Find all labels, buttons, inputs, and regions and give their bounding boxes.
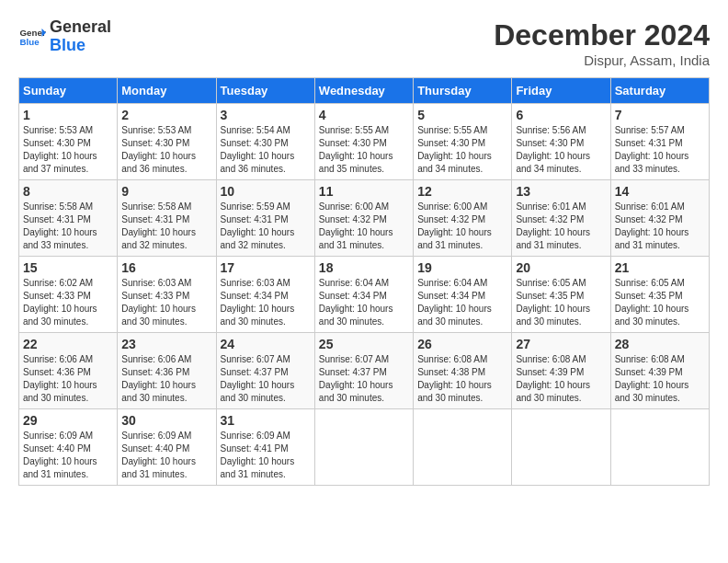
- calendar-cell: [314, 409, 413, 486]
- day-number: 8: [23, 184, 113, 199]
- day-number: 4: [319, 108, 409, 122]
- day-header-sunday: Sunday: [19, 78, 118, 104]
- day-info: Sunrise: 6:09 AMSunset: 4:40 PMDaylight:…: [121, 430, 211, 481]
- day-info: Sunrise: 6:01 AMSunset: 4:32 PMDaylight:…: [615, 201, 705, 252]
- day-info: Sunrise: 5:59 AMSunset: 4:31 PMDaylight:…: [221, 201, 311, 252]
- calendar-cell: 8Sunrise: 5:58 AMSunset: 4:31 PMDaylight…: [19, 180, 118, 257]
- day-number: 31: [221, 413, 311, 428]
- day-number: 11: [319, 184, 409, 199]
- calendar-cell: 6Sunrise: 5:56 AMSunset: 4:30 PMDaylight…: [512, 104, 610, 180]
- calendar-cell: 26Sunrise: 6:08 AMSunset: 4:38 PMDayligh…: [414, 333, 512, 409]
- day-header-tuesday: Tuesday: [216, 78, 314, 104]
- calendar-cell: 5Sunrise: 5:55 AMSunset: 4:30 PMDaylight…: [414, 104, 512, 180]
- calendar-cell: 27Sunrise: 6:08 AMSunset: 4:39 PMDayligh…: [512, 333, 610, 409]
- day-number: 16: [121, 260, 211, 275]
- week-row-3: 15Sunrise: 6:02 AMSunset: 4:33 PMDayligh…: [19, 257, 710, 333]
- day-number: 26: [417, 337, 507, 351]
- day-info: Sunrise: 6:03 AMSunset: 4:33 PMDaylight:…: [121, 277, 211, 328]
- calendar-cell: 13Sunrise: 6:01 AMSunset: 4:32 PMDayligh…: [512, 180, 610, 257]
- day-info: Sunrise: 5:54 AMSunset: 4:30 PMDaylight:…: [221, 124, 311, 176]
- day-info: Sunrise: 5:58 AMSunset: 4:31 PMDaylight:…: [23, 201, 113, 252]
- week-row-2: 8Sunrise: 5:58 AMSunset: 4:31 PMDaylight…: [19, 180, 710, 257]
- day-info: Sunrise: 6:03 AMSunset: 4:34 PMDaylight:…: [221, 277, 311, 328]
- calendar-cell: 4Sunrise: 5:55 AMSunset: 4:30 PMDaylight…: [314, 104, 413, 180]
- day-number: 21: [615, 260, 705, 275]
- week-row-1: 1Sunrise: 5:53 AMSunset: 4:30 PMDaylight…: [19, 104, 710, 180]
- day-info: Sunrise: 6:07 AMSunset: 4:37 PMDaylight:…: [221, 353, 311, 405]
- calendar-cell: 7Sunrise: 5:57 AMSunset: 4:31 PMDaylight…: [610, 104, 709, 180]
- day-info: Sunrise: 6:00 AMSunset: 4:32 PMDaylight:…: [417, 201, 507, 252]
- day-info: Sunrise: 6:01 AMSunset: 4:32 PMDaylight:…: [516, 201, 606, 252]
- day-number: 15: [23, 260, 113, 275]
- day-number: 23: [121, 337, 211, 351]
- week-row-4: 22Sunrise: 6:06 AMSunset: 4:36 PMDayligh…: [19, 333, 710, 409]
- day-info: Sunrise: 6:09 AMSunset: 4:40 PMDaylight:…: [23, 430, 113, 481]
- calendar-cell: 14Sunrise: 6:01 AMSunset: 4:32 PMDayligh…: [610, 180, 709, 257]
- day-number: 19: [417, 260, 507, 275]
- calendar-cell: 30Sunrise: 6:09 AMSunset: 4:40 PMDayligh…: [118, 409, 216, 486]
- week-row-5: 29Sunrise: 6:09 AMSunset: 4:40 PMDayligh…: [19, 409, 710, 486]
- day-number: 12: [417, 184, 507, 199]
- day-number: 1: [23, 108, 113, 122]
- day-info: Sunrise: 6:04 AMSunset: 4:34 PMDaylight:…: [319, 277, 409, 328]
- day-number: 17: [221, 260, 311, 275]
- calendar-cell: 1Sunrise: 5:53 AMSunset: 4:30 PMDaylight…: [19, 104, 118, 180]
- calendar-cell: 24Sunrise: 6:07 AMSunset: 4:37 PMDayligh…: [216, 333, 314, 409]
- calendar-cell: 15Sunrise: 6:02 AMSunset: 4:33 PMDayligh…: [19, 257, 118, 333]
- calendar-cell: 31Sunrise: 6:09 AMSunset: 4:41 PMDayligh…: [216, 409, 314, 486]
- calendar-cell: [512, 409, 610, 486]
- day-info: Sunrise: 6:05 AMSunset: 4:35 PMDaylight:…: [516, 277, 606, 328]
- calendar-cell: 11Sunrise: 6:00 AMSunset: 4:32 PMDayligh…: [314, 180, 413, 257]
- day-number: 10: [221, 184, 311, 199]
- day-info: Sunrise: 6:08 AMSunset: 4:39 PMDaylight:…: [516, 353, 606, 405]
- day-number: 30: [121, 413, 211, 428]
- calendar-cell: [610, 409, 709, 486]
- day-header-saturday: Saturday: [610, 78, 709, 104]
- day-number: 25: [319, 337, 409, 351]
- day-number: 14: [615, 184, 705, 199]
- title-area: December 2024 Dispur, Assam, India: [494, 18, 710, 68]
- day-number: 27: [516, 337, 606, 351]
- day-info: Sunrise: 6:02 AMSunset: 4:33 PMDaylight:…: [23, 277, 113, 328]
- day-info: Sunrise: 5:53 AMSunset: 4:30 PMDaylight:…: [121, 124, 211, 176]
- day-number: 7: [615, 108, 705, 122]
- day-info: Sunrise: 6:06 AMSunset: 4:36 PMDaylight:…: [121, 353, 211, 405]
- logo-icon: General Blue: [18, 23, 46, 51]
- logo-line1: General: [50, 18, 111, 37]
- calendar-cell: 12Sunrise: 6:00 AMSunset: 4:32 PMDayligh…: [414, 180, 512, 257]
- day-header-wednesday: Wednesday: [314, 78, 413, 104]
- day-info: Sunrise: 6:08 AMSunset: 4:38 PMDaylight:…: [417, 353, 507, 405]
- calendar-cell: 23Sunrise: 6:06 AMSunset: 4:36 PMDayligh…: [118, 333, 216, 409]
- day-info: Sunrise: 6:05 AMSunset: 4:35 PMDaylight:…: [615, 277, 705, 328]
- calendar-cell: 29Sunrise: 6:09 AMSunset: 4:40 PMDayligh…: [19, 409, 118, 486]
- day-number: 13: [516, 184, 606, 199]
- calendar-cell: 16Sunrise: 6:03 AMSunset: 4:33 PMDayligh…: [118, 257, 216, 333]
- day-info: Sunrise: 5:53 AMSunset: 4:30 PMDaylight:…: [23, 124, 113, 176]
- month-title: December 2024: [494, 18, 710, 52]
- calendar-cell: 3Sunrise: 5:54 AMSunset: 4:30 PMDaylight…: [216, 104, 314, 180]
- day-number: 3: [221, 108, 311, 122]
- calendar-cell: [414, 409, 512, 486]
- day-number: 28: [615, 337, 705, 351]
- header-row: SundayMondayTuesdayWednesdayThursdayFrid…: [19, 78, 710, 104]
- day-info: Sunrise: 5:55 AMSunset: 4:30 PMDaylight:…: [319, 124, 409, 176]
- logo-line2: Blue: [50, 37, 111, 55]
- location-subtitle: Dispur, Assam, India: [494, 52, 710, 68]
- day-info: Sunrise: 6:07 AMSunset: 4:37 PMDaylight:…: [319, 353, 409, 405]
- calendar-cell: 2Sunrise: 5:53 AMSunset: 4:30 PMDaylight…: [118, 104, 216, 180]
- calendar-cell: 17Sunrise: 6:03 AMSunset: 4:34 PMDayligh…: [216, 257, 314, 333]
- calendar-cell: 18Sunrise: 6:04 AMSunset: 4:34 PMDayligh…: [314, 257, 413, 333]
- day-number: 6: [516, 108, 606, 122]
- day-header-friday: Friday: [512, 78, 610, 104]
- calendar-cell: 20Sunrise: 6:05 AMSunset: 4:35 PMDayligh…: [512, 257, 610, 333]
- day-header-thursday: Thursday: [414, 78, 512, 104]
- calendar-cell: 19Sunrise: 6:04 AMSunset: 4:34 PMDayligh…: [414, 257, 512, 333]
- day-info: Sunrise: 5:57 AMSunset: 4:31 PMDaylight:…: [615, 124, 705, 176]
- day-number: 22: [23, 337, 113, 351]
- day-number: 9: [121, 184, 211, 199]
- day-number: 5: [417, 108, 507, 122]
- day-info: Sunrise: 6:06 AMSunset: 4:36 PMDaylight:…: [23, 353, 113, 405]
- day-number: 24: [221, 337, 311, 351]
- day-info: Sunrise: 6:00 AMSunset: 4:32 PMDaylight:…: [319, 201, 409, 252]
- calendar-cell: 22Sunrise: 6:06 AMSunset: 4:36 PMDayligh…: [19, 333, 118, 409]
